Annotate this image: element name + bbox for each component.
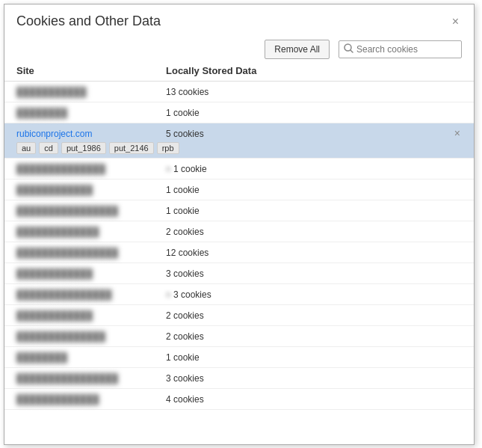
cookie-tag[interactable]: cd	[39, 142, 58, 154]
row-data: 3 cookies	[166, 267, 462, 279]
column-headers: Site Locally Stored Data	[4, 65, 474, 82]
row-data-prefix: n	[166, 164, 173, 174]
search-icon	[344, 43, 353, 55]
table-row[interactable]: █████████████2 cookies	[4, 221, 474, 242]
cookie-tag[interactable]: au	[16, 142, 36, 154]
remove-all-button[interactable]: Remove All	[265, 40, 330, 59]
selected-row-content: rubiconproject.com5 cookies×aucdput_1986…	[16, 127, 462, 154]
row-data-text: 3 cookies	[166, 373, 204, 384]
cookie-tag[interactable]: put_2146	[109, 142, 154, 154]
cookie-tags: aucdput_1986put_2146rpb	[16, 142, 462, 154]
row-data-text: 3 cookies	[173, 289, 211, 300]
data-column-header: Locally Stored Data	[166, 65, 462, 76]
row-site: ████████████	[16, 267, 166, 279]
row-data: 1 cookie	[166, 204, 462, 216]
table-row[interactable]: rubiconproject.com5 cookies×aucdput_1986…	[4, 123, 474, 159]
site-column-header: Site	[16, 65, 166, 76]
row-data-text: 1 cookie	[166, 108, 200, 118]
row-data: 3 cookies	[166, 372, 462, 384]
row-data-prefix: n	[166, 289, 173, 300]
row-site: █████████████	[16, 393, 166, 405]
blurred-site: █████████████	[16, 227, 99, 237]
blurred-site: ██████████████	[16, 164, 105, 174]
blurred-site: ███████████████	[16, 289, 112, 300]
row-data: n 3 cookies	[166, 288, 462, 300]
blurred-site: ████████████████	[16, 373, 118, 384]
row-site: █████████████	[16, 225, 166, 237]
row-data-text: 3 cookies	[166, 269, 204, 279]
row-data-text: 12 cookies	[166, 248, 208, 258]
row-data-text: 1 cookie	[166, 185, 200, 195]
row-data: 4 cookies	[166, 393, 462, 405]
table-container[interactable]: ███████████13 cookies████████1 cookierub…	[4, 82, 474, 444]
svg-line-1	[350, 50, 353, 52]
row-site: ████████████████	[16, 246, 166, 258]
blurred-site: ████████	[16, 108, 67, 118]
row-data: 13 cookies	[166, 85, 462, 97]
row-data: n 1 cookie	[166, 162, 462, 174]
row-data: 5 cookies	[166, 127, 450, 139]
cookies-dialog: Cookies and Other Data × Remove All Site…	[4, 4, 475, 445]
blurred-site: ██████████████	[16, 331, 105, 342]
blurred-site: ████████████████	[16, 206, 118, 216]
blurred-site: █████████████	[16, 394, 99, 405]
selected-row-top: rubiconproject.com5 cookies×	[16, 127, 462, 139]
table-row[interactable]: ████████████████3 cookies	[4, 368, 474, 389]
row-data-text: 4 cookies	[166, 394, 204, 405]
table-row[interactable]: ████████1 cookie	[4, 102, 474, 123]
row-site: ██████████████	[16, 330, 166, 342]
row-site: ████████	[16, 106, 166, 118]
blurred-site: ████████	[16, 352, 67, 363]
toolbar: Remove All	[4, 35, 474, 65]
table-row[interactable]: ████████████2 cookies	[4, 305, 474, 326]
cookie-tag[interactable]: put_1986	[61, 142, 106, 154]
row-site: ████████████████	[16, 204, 166, 216]
table-row[interactable]: █████████████4 cookies	[4, 389, 474, 410]
search-input[interactable]	[356, 44, 454, 55]
row-data-text: 1 cookie	[173, 164, 207, 174]
row-data: 2 cookies	[166, 330, 462, 342]
row-data: 12 cookies	[166, 246, 462, 258]
row-site: ████████████████	[16, 372, 166, 384]
row-site: ████████████	[16, 309, 166, 321]
row-data: 2 cookies	[166, 225, 462, 237]
table-row[interactable]: ██████████████2 cookies	[4, 326, 474, 347]
search-box	[339, 40, 462, 58]
table-row[interactable]: ██████████████n 1 cookie	[4, 159, 474, 179]
table-row[interactable]: ████████████████1 cookie	[4, 200, 474, 221]
blurred-site: ████████████	[16, 269, 93, 279]
row-data-text: 2 cookies	[166, 227, 204, 237]
row-site: ███████████	[16, 85, 166, 97]
row-site: ██████████████	[16, 162, 166, 174]
dialog-title: Cookies and Other Data	[16, 13, 161, 29]
table-row[interactable]: ████████████████12 cookies	[4, 242, 474, 263]
row-data: 1 cookie	[166, 351, 462, 363]
table-row[interactable]: ████████████1 cookie	[4, 179, 474, 200]
dialog-header: Cookies and Other Data ×	[4, 4, 474, 35]
table-row[interactable]: ████████1 cookie	[4, 347, 474, 368]
row-data: 1 cookie	[166, 106, 462, 118]
blurred-site: ███████████	[16, 87, 87, 97]
row-data: 2 cookies	[166, 309, 462, 321]
row-data: 1 cookie	[166, 183, 462, 195]
table-row[interactable]: ███████████████n 3 cookies	[4, 284, 474, 305]
row-data-text: 2 cookies	[166, 331, 204, 342]
cookie-tag[interactable]: rpb	[157, 142, 179, 154]
row-site: ███████████████	[16, 288, 166, 300]
blurred-site: ████████████	[16, 310, 93, 321]
row-data-text: 2 cookies	[166, 310, 204, 321]
row-data-text: 1 cookie	[166, 352, 200, 363]
row-site: ████████	[16, 351, 166, 363]
blurred-site: ████████████████	[16, 248, 118, 258]
blurred-site: ████████████	[16, 185, 93, 195]
table-row[interactable]: ███████████13 cookies	[4, 82, 474, 102]
row-data-text: 13 cookies	[166, 87, 208, 97]
row-site: ████████████	[16, 183, 166, 195]
row-remove-icon[interactable]: ×	[453, 127, 462, 139]
close-icon[interactable]: ×	[449, 14, 462, 29]
table-row[interactable]: ████████████3 cookies	[4, 263, 474, 284]
row-site[interactable]: rubiconproject.com	[16, 127, 166, 139]
row-data-text: 1 cookie	[166, 206, 200, 216]
